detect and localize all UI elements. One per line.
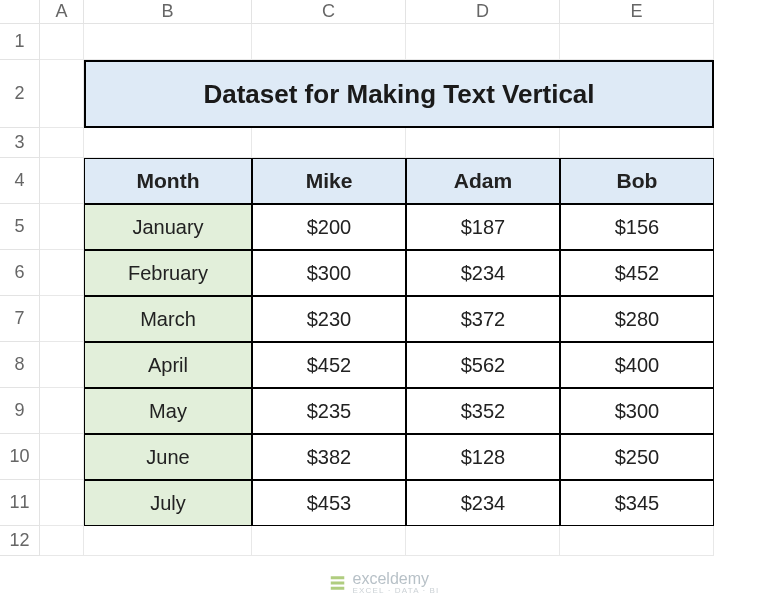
cell-d12[interactable] [406, 526, 560, 556]
cell-a5[interactable] [40, 204, 84, 250]
col-header-e[interactable]: E [560, 0, 714, 24]
dataset-title[interactable]: Dataset for Making Text Vertical [84, 60, 714, 128]
table-row[interactable]: $452 [560, 250, 714, 296]
table-row[interactable]: $234 [406, 250, 560, 296]
cell-d1[interactable] [406, 24, 560, 60]
cell-a7[interactable] [40, 296, 84, 342]
row-header-3[interactable]: 3 [0, 128, 40, 158]
exceldemy-logo-icon [329, 574, 347, 592]
cell-a2[interactable] [40, 60, 84, 128]
row-header-2[interactable]: 2 [0, 60, 40, 128]
row-header-10[interactable]: 10 [0, 434, 40, 480]
table-row[interactable]: $345 [560, 480, 714, 526]
row-header-11[interactable]: 11 [0, 480, 40, 526]
watermark-text: exceldemy EXCEL · DATA · BI [353, 570, 440, 595]
col-header-b[interactable]: B [84, 0, 252, 24]
row-header-4[interactable]: 4 [0, 158, 40, 204]
cell-e12[interactable] [560, 526, 714, 556]
cell-a12[interactable] [40, 526, 84, 556]
cell-c1[interactable] [252, 24, 406, 60]
table-row[interactable]: $156 [560, 204, 714, 250]
table-row[interactable]: July [84, 480, 252, 526]
table-header-mike[interactable]: Mike [252, 158, 406, 204]
table-row[interactable]: $300 [252, 250, 406, 296]
table-row[interactable]: $300 [560, 388, 714, 434]
watermark-tagline: EXCEL · DATA · BI [353, 586, 440, 595]
cell-b3[interactable] [84, 128, 252, 158]
table-row[interactable]: January [84, 204, 252, 250]
row-header-5[interactable]: 5 [0, 204, 40, 250]
spreadsheet-grid: A B C D E 1 2 Dataset for Making Text Ve… [0, 0, 768, 556]
cell-a1[interactable] [40, 24, 84, 60]
table-row[interactable]: $562 [406, 342, 560, 388]
cell-e1[interactable] [560, 24, 714, 60]
cell-b1[interactable] [84, 24, 252, 60]
table-row[interactable]: $230 [252, 296, 406, 342]
row-header-1[interactable]: 1 [0, 24, 40, 60]
table-row[interactable]: $372 [406, 296, 560, 342]
cell-a3[interactable] [40, 128, 84, 158]
table-header-bob[interactable]: Bob [560, 158, 714, 204]
table-header-adam[interactable]: Adam [406, 158, 560, 204]
table-row[interactable]: April [84, 342, 252, 388]
table-header-month[interactable]: Month [84, 158, 252, 204]
table-row[interactable]: June [84, 434, 252, 480]
table-row[interactable]: $250 [560, 434, 714, 480]
table-row[interactable]: $400 [560, 342, 714, 388]
table-row[interactable]: $187 [406, 204, 560, 250]
grid-corner [0, 0, 40, 24]
cell-c12[interactable] [252, 526, 406, 556]
table-row[interactable]: $280 [560, 296, 714, 342]
table-row[interactable]: $128 [406, 434, 560, 480]
cell-d3[interactable] [406, 128, 560, 158]
row-header-7[interactable]: 7 [0, 296, 40, 342]
row-header-9[interactable]: 9 [0, 388, 40, 434]
table-row[interactable]: March [84, 296, 252, 342]
cell-e3[interactable] [560, 128, 714, 158]
watermark-brand: exceldemy [353, 570, 429, 587]
row-header-12[interactable]: 12 [0, 526, 40, 556]
table-row[interactable]: $452 [252, 342, 406, 388]
col-header-a[interactable]: A [40, 0, 84, 24]
table-row[interactable]: February [84, 250, 252, 296]
row-header-6[interactable]: 6 [0, 250, 40, 296]
watermark: exceldemy EXCEL · DATA · BI [329, 570, 440, 595]
table-row[interactable]: $382 [252, 434, 406, 480]
table-row[interactable]: $453 [252, 480, 406, 526]
col-header-c[interactable]: C [252, 0, 406, 24]
col-header-d[interactable]: D [406, 0, 560, 24]
cell-c3[interactable] [252, 128, 406, 158]
row-header-8[interactable]: 8 [0, 342, 40, 388]
cell-a8[interactable] [40, 342, 84, 388]
table-row[interactable]: $200 [252, 204, 406, 250]
cell-a4[interactable] [40, 158, 84, 204]
table-row[interactable]: May [84, 388, 252, 434]
cell-a11[interactable] [40, 480, 84, 526]
table-row[interactable]: $352 [406, 388, 560, 434]
cell-a6[interactable] [40, 250, 84, 296]
cell-a9[interactable] [40, 388, 84, 434]
table-row[interactable]: $235 [252, 388, 406, 434]
cell-a10[interactable] [40, 434, 84, 480]
cell-b12[interactable] [84, 526, 252, 556]
table-row[interactable]: $234 [406, 480, 560, 526]
